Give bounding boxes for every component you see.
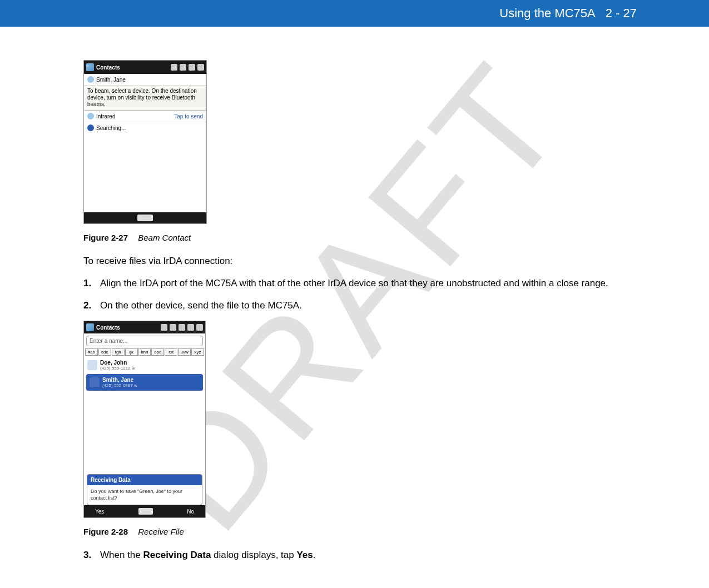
ss1-contact-name: Smith, Jane bbox=[96, 77, 126, 83]
figure1-title: Beam Contact bbox=[138, 233, 191, 242]
ss1-instruction: To beam, select a device. On the destina… bbox=[84, 86, 206, 111]
sync-icon bbox=[171, 64, 177, 71]
keyboard-icon bbox=[138, 508, 153, 515]
avatar-icon bbox=[90, 377, 100, 387]
alpha-tab: ijk bbox=[125, 348, 138, 356]
ss1-titlebar: Contacts bbox=[84, 61, 206, 74]
ss2-contact1-phone: (425) 555-1212 w bbox=[100, 366, 135, 371]
alpha-tab: xyz bbox=[191, 348, 204, 356]
ss2-title: Contacts bbox=[96, 325, 120, 331]
page-header: Using the MC75A 2 - 27 bbox=[0, 0, 709, 27]
avatar-icon bbox=[87, 360, 97, 370]
close-icon bbox=[196, 324, 203, 331]
ss2-dialog-body: Do you want to save "Green, Joe" to your… bbox=[87, 485, 202, 505]
step-3-pre: When the bbox=[100, 550, 143, 560]
intro-paragraph: To receive files via IrDA connection: bbox=[83, 255, 637, 268]
figure1-label: Figure 2-27 bbox=[83, 233, 128, 242]
alpha-tab: #ab bbox=[85, 348, 98, 356]
page-content: Contacts Smith, Jane To beam, select a d… bbox=[0, 27, 709, 588]
figure-caption-1: Figure 2-27 Beam Contact bbox=[83, 233, 637, 242]
step-3: 3. When the Receiving Data dialog displa… bbox=[83, 549, 637, 562]
step-number: 2. bbox=[83, 299, 100, 312]
header-page-number: 2 - 27 bbox=[606, 6, 637, 21]
step-2: 2. On the other device, send the file to… bbox=[83, 299, 637, 312]
windows-icon bbox=[86, 63, 94, 71]
step-number: 3. bbox=[83, 549, 100, 562]
ss2-contact2-phone: (425) 555-0987 w bbox=[102, 383, 137, 388]
step-number: 1. bbox=[83, 277, 100, 290]
bluetooth-icon bbox=[87, 124, 94, 131]
ss2-no-button: No bbox=[187, 509, 194, 515]
ss1-title: Contacts bbox=[96, 64, 120, 71]
step-1: 1. Align the IrDA port of the MC75A with… bbox=[83, 277, 637, 290]
step-3-bold1: Receiving Data bbox=[143, 550, 211, 560]
battery-icon bbox=[189, 64, 195, 71]
step-2-text: On the other device, send the file to th… bbox=[100, 299, 637, 312]
step-3-mid: dialog displays, tap bbox=[211, 550, 296, 560]
ss1-tap-to-send: Tap to send bbox=[174, 113, 203, 119]
ss2-dialog-title: Receiving Data bbox=[87, 475, 202, 485]
alpha-tab: opq bbox=[151, 348, 164, 356]
ss2-contact2-selected: Smith, Jane (425) 555-0987 w bbox=[86, 374, 203, 391]
alpha-tab: cde bbox=[98, 348, 111, 356]
battery-icon bbox=[187, 324, 194, 331]
ss1-searching-row: Searching... bbox=[84, 122, 206, 133]
figure-caption-2: Figure 2-28 Receive File bbox=[83, 527, 637, 536]
ss1-infrared-row: Infrared Tap to send bbox=[84, 111, 206, 122]
step-1-text: Align the IrDA port of the MC75A with th… bbox=[100, 277, 637, 290]
step-3-bold2: Yes bbox=[296, 550, 313, 560]
ss2-contact1: Doe, John (425) 555-1212 w bbox=[84, 357, 205, 374]
alpha-tab: lmn bbox=[138, 348, 151, 356]
figure-screenshot-beam-contact: Contacts Smith, Jane To beam, select a d… bbox=[83, 60, 207, 224]
ss1-bottom-bar bbox=[84, 212, 206, 223]
contact-icon bbox=[87, 76, 94, 83]
alpha-tab: uvw bbox=[178, 348, 191, 356]
figure2-title: Receive File bbox=[138, 527, 184, 536]
steps-list-b: 3. When the Receiving Data dialog displa… bbox=[83, 549, 637, 562]
ss1-searching-label: Searching... bbox=[96, 125, 126, 131]
ss1-contact-row: Smith, Jane bbox=[84, 74, 206, 86]
alpha-tab: rst bbox=[165, 348, 177, 356]
ss2-contact1-name: Doe, John bbox=[100, 360, 135, 366]
keyboard-icon bbox=[137, 215, 153, 221]
header-chapter-title: Using the MC75A bbox=[499, 6, 595, 21]
ss2-bottom-bar: Yes No bbox=[84, 505, 205, 517]
ss1-infrared-label: Infrared bbox=[96, 113, 115, 119]
ss2-yes-button: Yes bbox=[95, 509, 104, 515]
alpha-tab: fgh bbox=[112, 348, 125, 356]
step-3-post: . bbox=[313, 550, 316, 560]
speaker-icon bbox=[180, 64, 186, 71]
windows-icon bbox=[86, 323, 94, 331]
step-3-text: When the Receiving Data dialog displays,… bbox=[100, 549, 637, 562]
ss2-contact2-name: Smith, Jane bbox=[102, 377, 137, 383]
ss2-search-input: Enter a name... bbox=[86, 336, 203, 346]
speaker-icon bbox=[179, 324, 185, 331]
sync-icon bbox=[170, 324, 176, 331]
infrared-icon bbox=[87, 113, 94, 119]
ss2-titlebar: Contacts bbox=[84, 321, 205, 333]
steps-list-a: 1. Align the IrDA port of the MC75A with… bbox=[83, 277, 637, 312]
ss2-receiving-dialog: Receiving Data Do you want to save "Gree… bbox=[87, 474, 202, 505]
figure-screenshot-receive-file: Contacts Enter a name... #ab cde fgh ijk… bbox=[83, 321, 206, 518]
signal-icon bbox=[161, 324, 167, 331]
figure2-label: Figure 2-28 bbox=[83, 527, 128, 536]
ss2-alpha-tabs: #ab cde fgh ijk lmn opq rst uvw xyz bbox=[84, 348, 205, 357]
close-icon bbox=[197, 64, 204, 71]
